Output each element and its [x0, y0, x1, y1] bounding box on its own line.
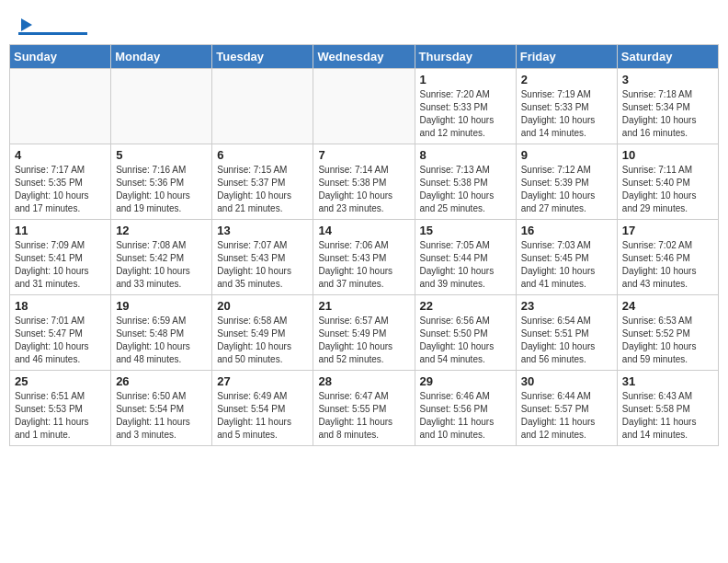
day-info: Sunrise: 7:18 AM Sunset: 5:34 PM Dayligh…: [622, 88, 713, 140]
day-info: Sunrise: 6:43 AM Sunset: 5:58 PM Dayligh…: [622, 390, 713, 442]
day-info: Sunrise: 7:16 AM Sunset: 5:36 PM Dayligh…: [116, 164, 207, 215]
day-number: 15: [420, 224, 511, 237]
day-info: Sunrise: 7:03 AM Sunset: 5:45 PM Dayligh…: [521, 239, 612, 291]
day-info: Sunrise: 6:59 AM Sunset: 5:48 PM Dayligh…: [116, 315, 207, 366]
day-number: 28: [318, 374, 409, 388]
calendar-day-header: Monday: [111, 45, 212, 69]
day-number: 1: [420, 73, 511, 86]
day-info: Sunrise: 6:47 AM Sunset: 5:55 PM Dayligh…: [318, 390, 409, 442]
day-number: 31: [622, 374, 713, 388]
calendar-header-row: SundayMondayTuesdayWednesdayThursdayFrid…: [10, 45, 719, 69]
calendar-cell: [212, 69, 313, 144]
calendar-cell: 21Sunrise: 6:57 AM Sunset: 5:49 PM Dayli…: [313, 295, 415, 371]
day-number: 29: [420, 374, 511, 388]
calendar-cell: 22Sunrise: 6:56 AM Sunset: 5:50 PM Dayli…: [415, 295, 516, 371]
calendar-cell: 20Sunrise: 6:58 AM Sunset: 5:49 PM Dayli…: [212, 295, 313, 371]
day-number: 18: [15, 299, 106, 313]
day-number: 3: [622, 73, 713, 86]
calendar-week-row: 4Sunrise: 7:17 AM Sunset: 5:35 PM Daylig…: [10, 144, 719, 220]
day-number: 22: [420, 299, 511, 313]
day-info: Sunrise: 6:56 AM Sunset: 5:50 PM Dayligh…: [420, 315, 511, 366]
calendar-cell: [10, 69, 111, 144]
day-number: 8: [420, 148, 511, 162]
calendar-day-header: Wednesday: [313, 45, 415, 69]
calendar-week-row: 11Sunrise: 7:09 AM Sunset: 5:41 PM Dayli…: [10, 220, 719, 295]
day-info: Sunrise: 7:07 AM Sunset: 5:43 PM Dayligh…: [217, 239, 308, 291]
calendar-cell: 26Sunrise: 6:50 AM Sunset: 5:54 PM Dayli…: [111, 371, 212, 446]
calendar-cell: 12Sunrise: 7:08 AM Sunset: 5:42 PM Dayli…: [111, 220, 212, 295]
day-info: Sunrise: 7:15 AM Sunset: 5:37 PM Dayligh…: [217, 164, 308, 215]
calendar-day-header: Sunday: [10, 45, 111, 69]
day-info: Sunrise: 6:53 AM Sunset: 5:52 PM Dayligh…: [622, 315, 713, 366]
day-info: Sunrise: 7:12 AM Sunset: 5:39 PM Dayligh…: [521, 164, 612, 215]
day-number: 20: [217, 299, 308, 313]
calendar-cell: 10Sunrise: 7:11 AM Sunset: 5:40 PM Dayli…: [617, 144, 718, 220]
day-number: 24: [622, 299, 713, 313]
day-info: Sunrise: 6:57 AM Sunset: 5:49 PM Dayligh…: [318, 315, 409, 366]
calendar-day-header: Saturday: [617, 45, 718, 69]
day-info: Sunrise: 7:13 AM Sunset: 5:38 PM Dayligh…: [420, 164, 511, 215]
calendar-cell: 13Sunrise: 7:07 AM Sunset: 5:43 PM Dayli…: [212, 220, 313, 295]
day-info: Sunrise: 7:08 AM Sunset: 5:42 PM Dayligh…: [116, 239, 207, 291]
calendar-cell: 15Sunrise: 7:05 AM Sunset: 5:44 PM Dayli…: [415, 220, 516, 295]
day-number: 30: [521, 374, 612, 388]
day-info: Sunrise: 6:50 AM Sunset: 5:54 PM Dayligh…: [116, 390, 207, 442]
day-info: Sunrise: 7:14 AM Sunset: 5:38 PM Dayligh…: [318, 164, 409, 215]
calendar-cell: [313, 69, 415, 144]
calendar-cell: 9Sunrise: 7:12 AM Sunset: 5:39 PM Daylig…: [516, 144, 617, 220]
day-info: Sunrise: 7:17 AM Sunset: 5:35 PM Dayligh…: [15, 164, 106, 215]
day-number: 21: [318, 299, 409, 313]
day-number: 9: [521, 148, 612, 162]
day-info: Sunrise: 7:01 AM Sunset: 5:47 PM Dayligh…: [15, 315, 106, 366]
day-number: 2: [521, 73, 612, 86]
calendar-cell: 16Sunrise: 7:03 AM Sunset: 5:45 PM Dayli…: [516, 220, 617, 295]
day-info: Sunrise: 6:44 AM Sunset: 5:57 PM Dayligh…: [521, 390, 612, 442]
calendar-cell: 24Sunrise: 6:53 AM Sunset: 5:52 PM Dayli…: [617, 295, 718, 371]
day-info: Sunrise: 6:49 AM Sunset: 5:54 PM Dayligh…: [217, 390, 308, 442]
calendar-cell: 31Sunrise: 6:43 AM Sunset: 5:58 PM Dayli…: [617, 371, 718, 446]
calendar-cell: 19Sunrise: 6:59 AM Sunset: 5:48 PM Dayli…: [111, 295, 212, 371]
calendar-cell: 29Sunrise: 6:46 AM Sunset: 5:56 PM Dayli…: [415, 371, 516, 446]
day-number: 16: [521, 224, 612, 237]
calendar-cell: 7Sunrise: 7:14 AM Sunset: 5:38 PM Daylig…: [313, 144, 415, 220]
calendar-body: 1Sunrise: 7:20 AM Sunset: 5:33 PM Daylig…: [10, 69, 719, 446]
day-info: Sunrise: 7:06 AM Sunset: 5:43 PM Dayligh…: [318, 239, 409, 291]
day-info: Sunrise: 7:02 AM Sunset: 5:46 PM Dayligh…: [622, 239, 713, 291]
day-number: 7: [318, 148, 409, 162]
calendar-week-row: 18Sunrise: 7:01 AM Sunset: 5:47 PM Dayli…: [10, 295, 719, 371]
calendar-cell: 3Sunrise: 7:18 AM Sunset: 5:34 PM Daylig…: [617, 69, 718, 144]
logo-arrow-icon: [21, 18, 32, 31]
day-number: 4: [15, 148, 106, 162]
day-info: Sunrise: 6:54 AM Sunset: 5:51 PM Dayligh…: [521, 315, 612, 366]
calendar-cell: 28Sunrise: 6:47 AM Sunset: 5:55 PM Dayli…: [313, 371, 415, 446]
day-info: Sunrise: 7:09 AM Sunset: 5:41 PM Dayligh…: [15, 239, 106, 291]
day-info: Sunrise: 6:51 AM Sunset: 5:53 PM Dayligh…: [15, 390, 106, 442]
day-info: Sunrise: 7:05 AM Sunset: 5:44 PM Dayligh…: [420, 239, 511, 291]
calendar-cell: 11Sunrise: 7:09 AM Sunset: 5:41 PM Dayli…: [10, 220, 111, 295]
logo-bar: [18, 32, 87, 35]
day-number: 13: [217, 224, 308, 237]
calendar-cell: 8Sunrise: 7:13 AM Sunset: 5:38 PM Daylig…: [415, 144, 516, 220]
calendar-cell: 30Sunrise: 6:44 AM Sunset: 5:57 PM Dayli…: [516, 371, 617, 446]
calendar-cell: 25Sunrise: 6:51 AM Sunset: 5:53 PM Dayli…: [10, 371, 111, 446]
calendar-day-header: Tuesday: [212, 45, 313, 69]
day-number: 23: [521, 299, 612, 313]
day-info: Sunrise: 7:19 AM Sunset: 5:33 PM Dayligh…: [521, 88, 612, 140]
calendar-table: SundayMondayTuesdayWednesdayThursdayFrid…: [9, 44, 719, 446]
calendar-cell: [111, 69, 212, 144]
logo: [18, 18, 87, 35]
day-number: 12: [116, 224, 207, 237]
calendar-cell: 14Sunrise: 7:06 AM Sunset: 5:43 PM Dayli…: [313, 220, 415, 295]
calendar-cell: 2Sunrise: 7:19 AM Sunset: 5:33 PM Daylig…: [516, 69, 617, 144]
page-header: [9, 9, 719, 40]
calendar-week-row: 25Sunrise: 6:51 AM Sunset: 5:53 PM Dayli…: [10, 371, 719, 446]
calendar-cell: 4Sunrise: 7:17 AM Sunset: 5:35 PM Daylig…: [10, 144, 111, 220]
calendar-week-row: 1Sunrise: 7:20 AM Sunset: 5:33 PM Daylig…: [10, 69, 719, 144]
day-number: 10: [622, 148, 713, 162]
day-number: 11: [15, 224, 106, 237]
calendar-cell: 17Sunrise: 7:02 AM Sunset: 5:46 PM Dayli…: [617, 220, 718, 295]
day-number: 14: [318, 224, 409, 237]
day-info: Sunrise: 7:11 AM Sunset: 5:40 PM Dayligh…: [622, 164, 713, 215]
calendar-cell: 1Sunrise: 7:20 AM Sunset: 5:33 PM Daylig…: [415, 69, 516, 144]
day-number: 6: [217, 148, 308, 162]
